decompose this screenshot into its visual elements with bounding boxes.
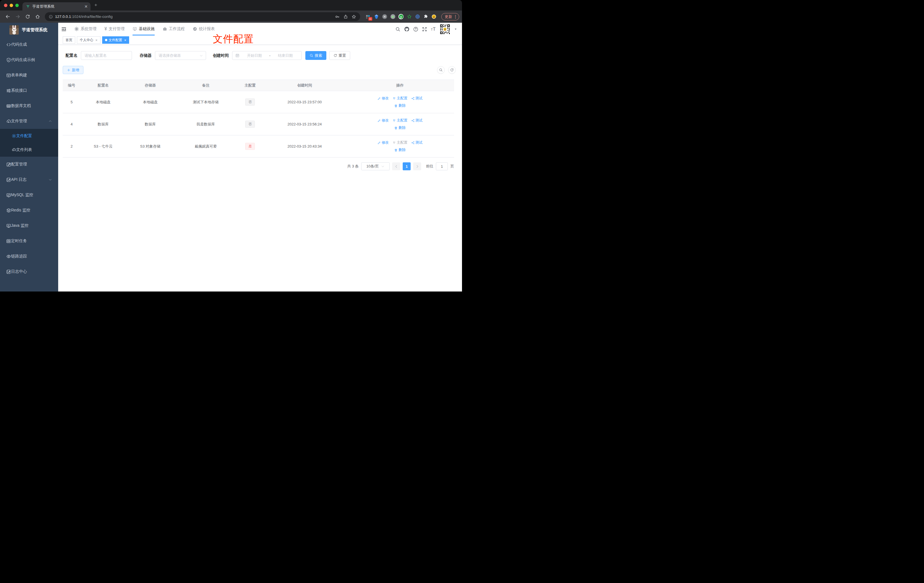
command-icon[interactable] (382, 14, 387, 19)
refresh-table-button[interactable] (448, 66, 456, 74)
sidebar-subitem-0[interactable]: 文件配置 (0, 129, 58, 143)
edit-square-icon (6, 162, 11, 167)
menu-fold-icon[interactable] (61, 27, 66, 32)
avatar[interactable] (440, 24, 450, 35)
browser-tab[interactable]: 芋道管理系统 ✕ (22, 2, 91, 10)
reload-icon[interactable] (23, 13, 32, 21)
magnet-icon (393, 119, 396, 122)
storage-select[interactable]: 请选择存储器 (155, 51, 206, 60)
browser-update-button[interactable]: 更新 (441, 13, 459, 20)
sidebar-item-8[interactable]: MySQL 监控 (0, 187, 58, 203)
edit-action[interactable]: 修改 (378, 140, 389, 145)
sidebar-item-5[interactable]: 文件管理 (0, 114, 58, 129)
help-icon[interactable] (413, 27, 418, 32)
nav-menu-4[interactable]: 统计报表 (193, 23, 215, 35)
tag-close-icon[interactable]: × (95, 38, 97, 42)
sidebar-item-4[interactable]: 数据库文档 (0, 98, 58, 114)
search-button[interactable]: 搜索 (305, 51, 326, 60)
cell-created: 2022-03-15 23:57:00 (263, 91, 346, 113)
add-button[interactable]: 新增 (63, 66, 83, 74)
browser-menu-kebab-icon[interactable] (453, 15, 458, 19)
edit-action[interactable]: 修改 (378, 96, 389, 101)
sidebar-item-6[interactable]: 配置管理 (0, 157, 58, 172)
sidebar-item-2[interactable]: 表单构建 (0, 68, 58, 83)
github-icon[interactable] (404, 26, 409, 32)
url-text: 127.0.0.1:1024/infra/file/file-config (55, 15, 333, 19)
test-action[interactable]: 测试 (411, 140, 422, 145)
column-header: 配置名 (81, 80, 126, 91)
forward-icon[interactable] (13, 13, 22, 21)
close-window-button[interactable] (4, 4, 7, 7)
sidebar-item-13[interactable]: 日志中心 (0, 264, 58, 279)
delete-action[interactable]: 删除 (394, 126, 406, 130)
tag-tab-1[interactable]: 个人中心× (77, 36, 101, 44)
sidebar-item-label: 配置管理 (11, 162, 27, 167)
tag-tab-2[interactable]: 文件配置× (102, 36, 129, 44)
sidebar-item-1[interactable]: 代码生成示例 (0, 52, 58, 68)
test-action[interactable]: 测试 (411, 96, 422, 101)
nav-menu-2[interactable]: 基础设施 (132, 23, 155, 35)
nav-menu-0[interactable]: 系统管理 (74, 23, 96, 35)
master-action[interactable]: 主配置 (393, 118, 408, 123)
config-name-input[interactable] (81, 51, 132, 60)
back-icon[interactable] (3, 13, 12, 21)
edit-action[interactable]: 修改 (378, 118, 389, 123)
gem-icon[interactable] (374, 14, 379, 19)
blue-eye-icon[interactable] (415, 14, 420, 19)
test-action[interactable]: 测试 (411, 118, 422, 123)
tag-tab-0[interactable]: 首页 (63, 36, 75, 44)
nav-menu-3[interactable]: 工作流程 (163, 23, 185, 35)
green-star-icon[interactable] (407, 14, 412, 19)
sidebar-item-label: 定时任务 (11, 238, 27, 244)
sidebar-item-11[interactable]: 定时任务 (0, 233, 58, 249)
filter-bar: 配置名 存储器 请选择存储器 创建时间 开始日期 - 结束日期 搜索 (63, 51, 456, 60)
current-page-button[interactable]: 1 (403, 162, 411, 170)
sidebar-item-10[interactable]: Java 监控 (0, 218, 58, 233)
reset-button[interactable]: 重置 (329, 51, 350, 60)
password-key-icon[interactable] (335, 15, 340, 19)
new-tab-button[interactable] (94, 3, 99, 8)
bookmark-star-icon[interactable] (351, 15, 356, 19)
grey-dot-icon[interactable] (390, 14, 395, 19)
nav-menu-1[interactable]: ¥支付管理 (104, 23, 125, 35)
forward-icon (15, 14, 20, 19)
zoom-window-button[interactable] (15, 4, 19, 7)
goto-page-input[interactable] (436, 162, 448, 170)
puzzle-icon[interactable] (423, 14, 428, 19)
date-range-picker[interactable]: 开始日期 - 结束日期 (232, 51, 302, 60)
sidebar-item-0[interactable]: 代码生成 (0, 37, 58, 52)
delete-action[interactable]: 删除 (394, 103, 406, 108)
cell-name: 本地磁盘 (81, 91, 126, 113)
show-search-toggle-button[interactable] (437, 66, 445, 74)
tab-close-icon[interactable]: ✕ (84, 4, 88, 9)
pagination: 共 3 条 10条/页 1 前往 页 (63, 162, 454, 170)
sidebar-item-9[interactable]: Redis 监控 (0, 203, 58, 218)
tag-close-icon[interactable]: × (124, 38, 127, 42)
prev-page-button[interactable] (392, 162, 400, 170)
address-bar[interactable]: 127.0.0.1:1024/infra/file/file-config (45, 12, 360, 21)
share-page-icon[interactable] (343, 15, 348, 19)
delete-action[interactable]: 删除 (394, 148, 406, 152)
fullscreen-icon[interactable] (422, 27, 427, 32)
sidebar-subitem-1[interactable]: 文件列表 (0, 143, 58, 157)
home-icon[interactable] (33, 13, 42, 21)
page-size-select[interactable]: 10条/页 (361, 162, 389, 170)
search-icon[interactable] (395, 27, 401, 32)
y-circle-icon[interactable]: y (398, 14, 404, 19)
sidebar-item-12[interactable]: 链路追踪 (0, 249, 58, 264)
font-size-icon[interactable]: TT (431, 27, 436, 32)
next-page-button[interactable] (413, 162, 421, 170)
site-info-icon[interactable] (49, 15, 53, 19)
db-grid-icon (6, 104, 11, 109)
extension-generic-icon[interactable]: 11 (366, 14, 371, 19)
minimize-window-button[interactable] (10, 4, 13, 7)
code-icon (6, 42, 11, 47)
caret-down-icon (454, 28, 457, 31)
nav-menu-label: 工作流程 (169, 26, 185, 31)
master-action[interactable]: 主配置 (393, 96, 408, 101)
smiley-icon[interactable] (431, 14, 436, 19)
sidebar-item-7[interactable]: API 日志 (0, 172, 58, 187)
avatar-caret-icon[interactable] (454, 28, 457, 31)
sidebar-logo[interactable]: 芋道管理系统 (0, 23, 58, 37)
sidebar-item-3[interactable]: 系统接口 (0, 83, 58, 98)
